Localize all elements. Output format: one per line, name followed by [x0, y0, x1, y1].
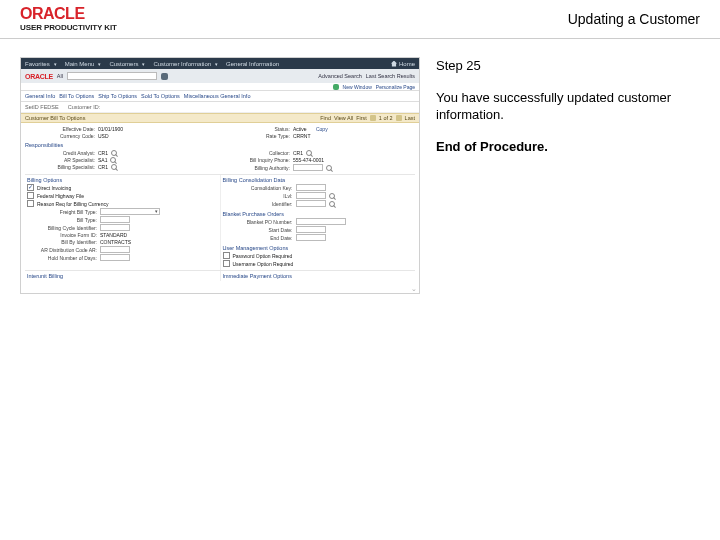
credit-analyst-label: Credit Analyst: — [25, 150, 95, 156]
reason-req-checkbox[interactable] — [27, 200, 34, 207]
tab-ship-to[interactable]: Ship To Options — [98, 93, 137, 99]
pager-find[interactable]: Find — [320, 115, 331, 121]
billing-specialist-value: CR1 — [98, 164, 108, 170]
status-label: Status: — [220, 126, 290, 132]
pager-prev-icon[interactable] — [370, 115, 376, 121]
ilvl-label: ILvl: — [223, 193, 293, 199]
tab-general-info[interactable]: General Info — [25, 93, 55, 99]
pager-next-icon[interactable] — [396, 115, 402, 121]
username-req-checkbox[interactable] — [223, 260, 230, 267]
effective-date-label: Effective Date: — [25, 126, 95, 132]
new-window-link[interactable]: New Window — [343, 84, 372, 90]
credit-analyst-value: CR1 — [98, 150, 108, 156]
consol-identifier-label: Identifier: — [223, 201, 293, 207]
po-end-date-input[interactable] — [296, 234, 326, 241]
nav-favorites[interactable]: Favorites — [25, 61, 57, 67]
immediate-payment-link[interactable]: Immediate Payment Options — [223, 273, 292, 279]
nav-customers[interactable]: Customers — [109, 61, 145, 67]
po-start-date-label: Start Date: — [223, 227, 293, 233]
customer-id-label: Customer ID: — [68, 104, 100, 110]
lookup-icon[interactable] — [111, 164, 117, 170]
page-title: Updating a Customer — [568, 11, 700, 27]
page-header: ORACLE USER PRODUCTIVITY KIT Updating a … — [0, 0, 720, 34]
consolidation-key-input[interactable] — [296, 184, 326, 191]
nav-home[interactable]: Home — [391, 61, 415, 67]
freight-bill-type-select[interactable] — [100, 208, 160, 215]
consol-identifier-input[interactable] — [296, 200, 326, 207]
po-start-date-input[interactable] — [296, 226, 326, 233]
nav-main-menu[interactable]: Main Menu — [65, 61, 102, 67]
search-scope[interactable]: All — [57, 73, 63, 79]
tab-sold-to[interactable]: Sold To Options — [141, 93, 180, 99]
currency-code-label: Currency Code: — [25, 133, 95, 139]
fed-highway-label: Federal Highway File — [37, 193, 84, 199]
user-mgmt-heading: User Management Options — [223, 245, 414, 251]
pager: Find View All First 1 of 2 Last — [320, 115, 415, 121]
po-end-date-label: End Date: — [223, 235, 293, 241]
setid-label: SetID FEDSE — [25, 104, 59, 110]
pager-position: 1 of 2 — [379, 115, 393, 121]
effective-date-value: 01/01/1900 — [98, 126, 123, 132]
tab-bill-to[interactable]: Bill To Options — [59, 93, 94, 99]
bill-type-input[interactable] — [100, 216, 130, 223]
invoice-form-label: Invoice Form ID: — [27, 232, 97, 238]
collector-value: CR1 — [293, 150, 303, 156]
oracle-wordmark: ORACLE — [25, 73, 53, 80]
username-req-label: Username Option Required — [233, 261, 294, 267]
password-req-checkbox[interactable] — [223, 252, 230, 259]
context-row: SetID FEDSE Customer ID: — [21, 102, 419, 113]
direct-invoicing-checkbox[interactable] — [27, 184, 34, 191]
primary-nav: Favorites Main Menu Customers Customer I… — [21, 58, 419, 69]
lookup-icon[interactable] — [110, 157, 116, 163]
blanket-po-heading: Blanket Purchase Orders — [223, 211, 414, 217]
responsibilities-heading: Responsibilities — [25, 142, 415, 148]
ar-specialist-value: SA1 — [98, 157, 107, 163]
pager-viewall[interactable]: View All — [334, 115, 353, 121]
copy-link[interactable]: Copy — [316, 126, 328, 132]
ar-dist-code-input[interactable] — [100, 246, 130, 253]
invoice-form-value: STANDARD — [100, 232, 127, 238]
freight-bill-type-label: Freight Bill Type: — [27, 209, 97, 215]
billing-authority-input[interactable] — [293, 164, 323, 171]
personalize-link[interactable]: Personalize Page — [376, 84, 415, 90]
billing-specialist-label: Billing Specialist: — [25, 164, 95, 170]
billing-cycle-label: Billing Cycle Identifier: — [27, 225, 97, 231]
search-go-icon[interactable] — [161, 73, 168, 80]
nav-general-info[interactable]: General Information — [226, 61, 279, 67]
lookup-icon[interactable] — [329, 201, 335, 207]
nav-home-label: Home — [399, 61, 415, 67]
section-banner: Customer Bill To Options Find View All F… — [21, 113, 419, 123]
new-window-icon[interactable] — [333, 84, 339, 90]
instruction-body: You have successfully updated customer i… — [436, 89, 700, 124]
billing-cycle-input[interactable] — [100, 224, 130, 231]
search-bar: ORACLE All Advanced Search Last Search R… — [21, 69, 419, 83]
hold-days-input[interactable] — [100, 254, 130, 261]
blanket-po-input[interactable] — [296, 218, 346, 225]
tab-misc[interactable]: Miscellaneous General Info — [184, 93, 251, 99]
search-input[interactable] — [67, 72, 157, 80]
lookup-icon[interactable] — [326, 165, 332, 171]
billing-consolidation-heading: Billing Consolidation Data — [223, 177, 414, 183]
lookup-icon[interactable] — [111, 150, 117, 156]
hold-days-label: Hold Number of Days: — [27, 255, 97, 261]
blanket-po-label: Blanket PO Number: — [223, 219, 293, 225]
password-req-label: Password Option Required — [233, 253, 293, 259]
bill-inquiry-phone-label: Bill Inquiry Phone: — [220, 157, 290, 163]
advanced-search-link[interactable]: Advanced Search — [318, 73, 361, 79]
instruction-panel: Step 25 You have successfully updated cu… — [436, 57, 700, 294]
lookup-icon[interactable] — [306, 150, 312, 156]
brand-subtitle: USER PRODUCTIVITY KIT — [20, 24, 117, 32]
interunit-billing-link[interactable]: Interunit Billing — [27, 273, 63, 279]
rate-type-value: CRRNT — [293, 133, 311, 139]
ilvl-input[interactable] — [296, 192, 326, 199]
pager-last[interactable]: Last — [405, 115, 415, 121]
rate-type-label: Rate Type: — [220, 133, 290, 139]
divider — [0, 38, 720, 39]
last-results-link[interactable]: Last Search Results — [366, 73, 415, 79]
fed-highway-checkbox[interactable] — [27, 192, 34, 199]
nav-customer-info[interactable]: Customer Information — [153, 61, 218, 67]
lookup-icon[interactable] — [329, 193, 335, 199]
collector-label: Collector: — [220, 150, 290, 156]
consolidation-key-label: Consolidation Key: — [223, 185, 293, 191]
pager-first[interactable]: First — [356, 115, 367, 121]
